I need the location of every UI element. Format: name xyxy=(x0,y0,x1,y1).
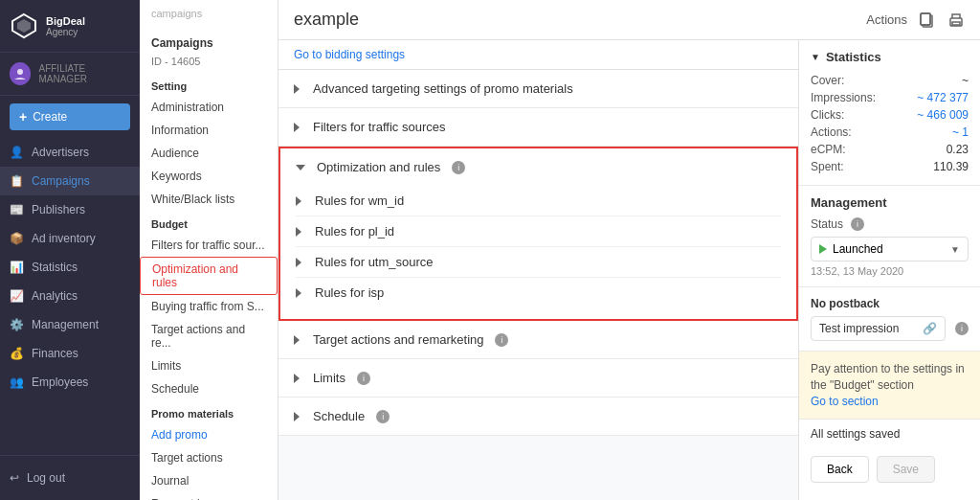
accordion-header-schedule[interactable]: Schedule i xyxy=(278,398,798,435)
sidebar-item-advertisers[interactable]: 👤 Advertisers xyxy=(0,138,140,167)
print-icon[interactable] xyxy=(947,11,965,29)
mid-nav-item-target-actions2[interactable]: Target actions xyxy=(140,446,278,469)
user-section: Affiliate Manager xyxy=(0,53,140,96)
mid-nav-item-administration[interactable]: Administration xyxy=(140,96,278,119)
accordion-title-limits: Limits xyxy=(313,371,345,385)
rule-isp[interactable]: Rules for isp xyxy=(296,278,781,307)
mid-nav-item-limits[interactable]: Limits xyxy=(140,354,278,377)
test-impression-label: Test impression xyxy=(819,322,899,335)
mid-nav-item-add-promo[interactable]: Add promo xyxy=(140,423,278,446)
user-role: Affiliate Manager xyxy=(38,63,130,84)
sidebar-item-management[interactable]: ⚙️ Management xyxy=(0,310,140,339)
logout-button[interactable]: ↩ Log out xyxy=(0,464,140,492)
mid-nav-item-schedule[interactable]: Schedule xyxy=(140,377,278,400)
stats-row-cover: Cover: ~ xyxy=(811,72,969,89)
notice-text: Pay attention to the settings in the "Bu… xyxy=(811,361,969,409)
accordion-header-optimization[interactable]: Optimization and rules i xyxy=(280,148,796,186)
mid-nav-item-whiteblack[interactable]: White/Black lists xyxy=(140,188,278,211)
postback-section: No postback Test impression 🔗 i xyxy=(799,287,980,352)
accordion-title-advanced: Advanced targeting settings of promo mat… xyxy=(313,81,573,96)
mid-nav-item-keywords[interactable]: Keywords xyxy=(140,165,278,188)
mid-nav-item-filters[interactable]: Filters for traffic sour... xyxy=(140,234,278,257)
accordion-header-limits[interactable]: Limits i xyxy=(278,359,798,397)
campaigns-icon: 📋 xyxy=(10,174,24,188)
play-icon xyxy=(819,244,827,254)
stats-spent-label: Spent: xyxy=(811,160,844,173)
sidebar-item-publishers[interactable]: 📰 Publishers xyxy=(0,195,140,224)
svg-point-0 xyxy=(17,69,23,75)
back-button[interactable]: Back xyxy=(811,456,869,483)
mid-nav-item-target-actions[interactable]: Target actions and re... xyxy=(140,318,278,354)
accordion-header-target-actions[interactable]: Target actions and remarketing i xyxy=(278,321,798,358)
mid-nav-item-buying[interactable]: Buying traffic from S... xyxy=(140,295,278,318)
chevron-down-status-icon: ▼ xyxy=(950,244,960,255)
test-impression-button[interactable]: Test impression 🔗 xyxy=(811,316,946,341)
mid-nav-item-journal[interactable]: Journal xyxy=(140,469,278,492)
optimization-rules-body: Rules for wm_id Rules for pl_id Rules fo… xyxy=(280,186,796,319)
stats-cover-value: ~ xyxy=(962,74,969,87)
advertisers-icon: 👤 xyxy=(10,146,24,159)
mid-nav-item-information[interactable]: Information xyxy=(140,119,278,142)
publishers-icon: 📰 xyxy=(10,203,24,216)
action-buttons: Back Save xyxy=(799,448,980,490)
postback-label: No postback xyxy=(811,297,969,310)
accordion-title-optimization: Optimization and rules xyxy=(317,160,440,174)
sidebar-item-employees[interactable]: 👥 Employees xyxy=(0,368,140,397)
stats-clicks-value: ~ 466 009 xyxy=(917,108,969,122)
status-value-label: Launched xyxy=(833,242,883,256)
sidebar-item-finances[interactable]: 💰 Finances xyxy=(0,339,140,368)
mid-nav-section-setting: Setting xyxy=(140,73,278,96)
main-actions: Actions xyxy=(866,11,965,29)
rule-wm-id[interactable]: Rules for wm_id xyxy=(296,186,781,216)
notice-section: Pay attention to the settings in the "Bu… xyxy=(799,352,980,420)
rule-pl-id[interactable]: Rules for pl_id xyxy=(296,216,781,247)
create-button[interactable]: + Create xyxy=(10,103,130,130)
mid-nav-item-audience[interactable]: Audience xyxy=(140,142,278,165)
mid-nav-id: ID - 14605 xyxy=(140,54,278,73)
sidebar-item-label: Publishers xyxy=(32,203,85,216)
go-to-bidding-link[interactable]: Go to bidding settings xyxy=(278,40,798,70)
mid-nav-item-request-logs[interactable]: Request logs xyxy=(140,492,278,500)
go-to-section-link[interactable]: Go to section xyxy=(811,395,879,408)
saved-text: All settings saved xyxy=(799,420,980,448)
stats-impressions-value: ~ 472 377 xyxy=(917,91,969,104)
actions-label: Actions xyxy=(866,12,907,27)
rule-utm-source-label: Rules for utm_source xyxy=(315,255,434,269)
sidebar-item-analytics[interactable]: 📈 Analytics xyxy=(0,282,140,310)
statistics-icon: 📊 xyxy=(10,261,24,274)
accordion-title-target-actions: Target actions and remarketing xyxy=(313,332,483,347)
logout-label: Log out xyxy=(27,471,65,485)
user-avatar-icon xyxy=(13,67,27,80)
logo: BigDeal Agency xyxy=(0,0,140,53)
stats-row-actions: Actions: ~ 1 xyxy=(811,124,969,141)
statistics-header: ▼ Statistics xyxy=(811,50,969,64)
mid-nav: campaigns Campaigns ID - 14605 Setting A… xyxy=(140,0,278,500)
stats-ecpm-value: 0.23 xyxy=(947,143,969,156)
sidebar-item-label: Management xyxy=(32,318,99,331)
main-content: example Actions Go to bidding settings xyxy=(278,0,980,500)
save-button[interactable]: Save xyxy=(877,456,935,483)
mid-nav-item-optimization[interactable]: Optimization and rules xyxy=(140,257,278,295)
status-dropdown[interactable]: Launched ▼ xyxy=(811,237,969,261)
copy-icon[interactable] xyxy=(919,11,936,29)
stats-row-clicks: Clicks: ~ 466 009 xyxy=(811,106,969,124)
sidebar-item-statistics[interactable]: 📊 Statistics xyxy=(0,253,140,282)
sidebar-item-label: Advertisers xyxy=(32,146,89,159)
right-panel: ▼ Statistics Cover: ~ Impressions: ~ 472… xyxy=(798,40,980,500)
sidebar-bottom: ↩ Log out xyxy=(0,455,140,500)
accordion-header-advanced[interactable]: Advanced targeting settings of promo mat… xyxy=(278,70,798,107)
sidebar-item-ad-inventory[interactable]: 📦 Ad inventory xyxy=(0,224,140,253)
plus-icon: + xyxy=(19,109,27,125)
rule-utm-source[interactable]: Rules for utm_source xyxy=(296,247,781,278)
chevron-down-icon xyxy=(296,165,305,170)
stats-spent-value: 110.39 xyxy=(933,160,969,173)
logo-text: BigDeal Agency xyxy=(46,15,85,37)
mid-nav-section-promo: Promo materials xyxy=(140,400,278,423)
accordion-header-filters[interactable]: Filters for traffic sources xyxy=(278,108,798,146)
chevron-right-icon9 xyxy=(294,412,300,421)
sidebar: BigDeal Agency Affiliate Manager + Creat… xyxy=(0,0,140,500)
chevron-right-icon2 xyxy=(294,123,300,132)
main-body: Go to bidding settings Advanced targetin… xyxy=(278,40,980,500)
sidebar-item-campaigns[interactable]: 📋 Campaigns xyxy=(0,167,140,195)
inventory-icon: 📦 xyxy=(10,232,24,245)
